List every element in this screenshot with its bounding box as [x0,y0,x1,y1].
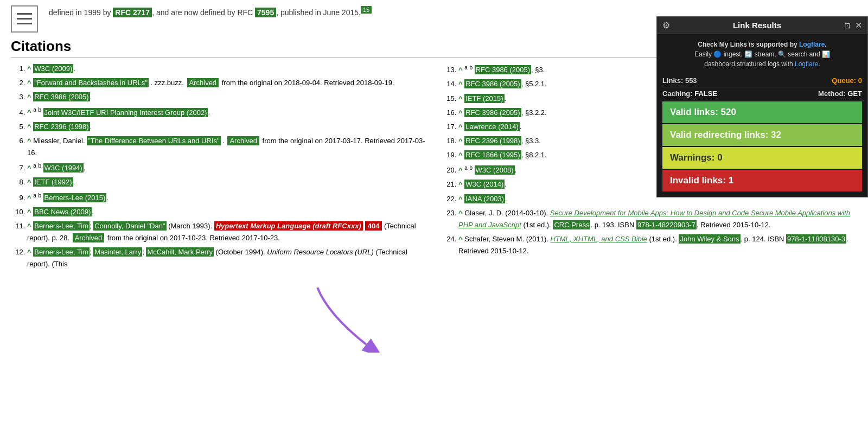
archived-badge-11[interactable]: Archived [73,233,105,242]
citation-15-link[interactable]: IETF (2015) [464,94,504,103]
citation-6: ^ Miessler, Daniel. "The Difference Betw… [27,135,426,159]
archived-badge-6[interactable]: Archived [227,136,259,145]
citation-20-link[interactable]: W3C (2008) [475,165,515,175]
citation-7-link[interactable]: W3C (1994) [43,163,84,172]
arrow-annotation [296,282,393,353]
invalid-links-bar: Invalid links: 1 [662,170,862,191]
citation-1: ^ W3C (2009). [27,63,426,75]
citation-12-mccahill-link[interactable]: McCahill, Mark Perry [146,247,214,257]
citation-23-isbn-link[interactable]: 978-1-48220903-7 [636,220,697,229]
citation-5-link[interactable]: RFC 2396 (1998) [33,122,90,131]
menu-icon[interactable] [11,5,38,33]
links-label: Links: 553 [662,76,697,85]
method-label: Method: GET [818,89,862,98]
sup-a-4: a [33,107,36,113]
page-content: defined in 1999 by RFC 2717, and are now… [0,0,868,422]
citation-24-wiley-link[interactable]: John Wiley & Sons [679,234,740,244]
gear-icon[interactable]: ⚙ [662,20,670,30]
up-arrow-22: ^ [458,195,463,203]
link-results-panel: ⚙ Link Results ⊡ ✕ Check My Links is sup… [656,16,868,197]
citation-18-link[interactable]: RFC 2396 (1998) [464,136,521,145]
up-arrow-8: ^ [27,178,31,186]
badge-404: 404 [365,221,382,231]
up-arrow-16: ^ [458,108,463,117]
up-arrow-24: ^ [458,235,463,243]
citation-3: ^ RFC 3986 (2005). [27,91,426,103]
logflare-link-1[interactable]: Logflare [799,41,825,48]
up-arrow-3: ^ [27,93,31,101]
valid-links-bar: Valid links: 520 [662,101,862,123]
citation-21-link[interactable]: W3C (2014) [464,180,505,189]
up-arrow-13: ^ [458,66,463,74]
citation-11-berners-link[interactable]: Berners-Lee, Tim [33,221,90,231]
citation-8: ^ IETF (1992). [27,176,426,188]
citation-11-invalid-link[interactable]: Hypertext Markup Language (draft RFCxxx) [214,221,363,231]
svg-rect-1 [17,18,32,20]
citation-4: ^ a b Joint W3C/IETF URI Planning Intere… [27,105,426,118]
footnote-15[interactable]: 15 [361,6,372,14]
sup-b-9: b [38,193,41,199]
up-arrow-18: ^ [458,137,463,145]
sup-b-20: b [469,165,473,171]
citation-7: ^ a b W3C (1994). [27,161,426,174]
citation-3-link[interactable]: RFC 3986 (2005) [33,92,90,101]
citation-10-link[interactable]: BBC News (2009) [33,207,92,216]
close-icon[interactable]: ✕ [855,20,862,30]
up-arrow-4: ^ [27,108,31,117]
citation-9: ^ a b Berners-Lee (2015). [27,191,426,204]
citation-16-link[interactable]: RFC 3986 (2005) [464,108,521,117]
citations-left-col: ^ W3C (2009). ^ "Forward and Backslashes… [11,63,426,272]
up-arrow-7: ^ [27,164,31,172]
citation-11-connolly-link[interactable]: Connolly, Daniel "Dan" [93,221,166,231]
citation-9-link[interactable]: Berners-Lee (2015) [43,193,107,202]
citation-17-link[interactable]: Lawrence (2014) [464,122,520,131]
up-arrow-5: ^ [27,123,31,131]
citation-1-link[interactable]: W3C (2009) [33,64,73,73]
citation-2-link[interactable]: "Forward and Backslashes in URLs" [33,78,149,87]
up-arrow-9: ^ [27,194,31,202]
up-arrow-6: ^ [27,137,31,145]
stats-caching-row: Caching: FALSE Method: GET [662,87,862,100]
citation-23: ^ Glaser, J. D. (2014-03-10). Secure Dev… [458,207,857,231]
citation-22-link[interactable]: IANA (2003) [464,194,505,203]
citation-24-book-link[interactable]: HTML, XHTML, and CSS Bible [550,235,647,243]
citation-23-press-link[interactable]: CRC Press [553,220,590,229]
caching-label: Caching: FALSE [662,89,717,98]
citation-19-link[interactable]: RFC 1866 (1995) [464,150,521,159]
citation-24: ^ Schafer, Steven M. (2011). HTML, XHTML… [458,233,857,257]
sup-a-20: a [464,165,468,171]
up-arrow-2: ^ [27,79,31,87]
citation-12-masinter-link[interactable]: Masinter, Larry [93,247,142,257]
sup-a-9: a [33,193,36,199]
up-arrow-10: ^ [27,208,31,216]
rfc-7595-badge[interactable]: 7595 [255,8,276,17]
rfc-2717-badge[interactable]: RFC 2717 [113,8,152,17]
citation-2: ^ "Forward and Backslashes in URLs" . zz… [27,77,426,89]
panel-header: ⚙ Link Results ⊡ ✕ [657,17,867,34]
intro-middle: , and are now defined by RFC [152,8,255,17]
intro-text: defined in 1999 by RFC 2717, and are now… [49,5,372,18]
up-arrow-20: ^ [458,166,463,174]
citation-14-link[interactable]: RFC 3986 (2005) [464,79,521,88]
citation-13-link[interactable]: RFC 3986 (2005) [475,65,531,74]
svg-rect-0 [17,13,32,15]
panel-body: Check My Links is supported by Logflare.… [657,34,867,197]
citation-10: ^ BBC News (2009). [27,206,426,218]
warnings-bar: Warnings: 0 [662,147,862,169]
up-arrow-11: ^ [27,222,31,230]
up-arrow-14: ^ [458,80,463,88]
up-arrow-15: ^ [458,94,463,103]
expand-icon[interactable]: ⊡ [844,21,851,30]
intro-after: , published in June 2015. [276,8,361,17]
logflare-notice: Check My Links is supported by Logflare.… [662,40,862,69]
citation-24-isbn-link[interactable]: 978-1-11808130-3 [786,234,846,244]
sup-a-7: a [33,163,36,169]
logflare-link-2[interactable]: Logflare [795,60,818,68]
citation-6-link[interactable]: "The Difference Between URLs and URIs" [87,136,220,145]
citation-8-link[interactable]: IETF (1992) [33,177,73,187]
citation-4-link[interactable]: Joint W3C/IETF URI Planning Interest Gro… [43,108,208,117]
panel-title: Link Results [674,21,840,30]
up-arrow-23: ^ [458,209,463,217]
archived-badge-2[interactable]: Archived [187,78,219,87]
citation-12-berners-link[interactable]: Berners-Lee, Tim [33,247,90,257]
